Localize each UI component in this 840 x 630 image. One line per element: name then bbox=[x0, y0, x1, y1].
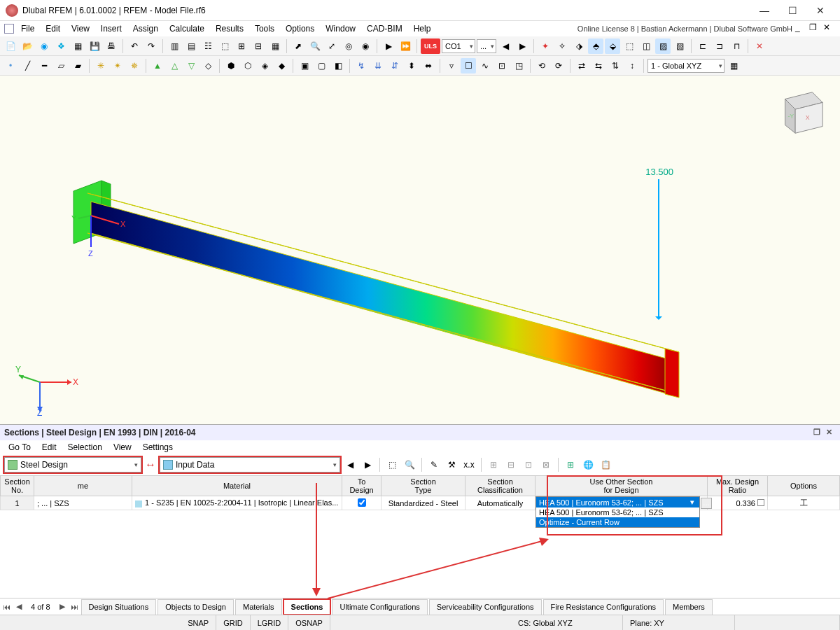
t2-b[interactable]: ✴ bbox=[110, 58, 125, 74]
mdi-min-button[interactable]: _ bbox=[795, 22, 809, 35]
menu-help[interactable]: Help bbox=[408, 22, 437, 35]
tab-design-situations[interactable]: Design Situations bbox=[81, 599, 157, 615]
panel-row-d[interactable]: ⊠ bbox=[538, 457, 554, 472]
next-page-button[interactable]: ▶ bbox=[56, 600, 69, 614]
panel-menu-settings[interactable]: Settings bbox=[137, 442, 178, 453]
i-section-icon[interactable]: 工 bbox=[800, 498, 808, 507]
panel-row-c[interactable]: ⊡ bbox=[521, 457, 536, 472]
menu-results[interactable]: Results bbox=[210, 22, 249, 35]
t2-c[interactable]: ✵ bbox=[127, 58, 142, 74]
first-page-button[interactable]: ⏮ bbox=[0, 600, 13, 614]
menu-edit[interactable]: Edit bbox=[40, 22, 66, 35]
minimize-button[interactable]: — bbox=[750, 1, 778, 20]
close-button[interactable]: ✕ bbox=[806, 1, 834, 20]
tb-c[interactable]: ☷ bbox=[200, 38, 216, 54]
res-g[interactable]: ◫ bbox=[638, 38, 654, 54]
panel-menu-selection[interactable]: Selection bbox=[62, 442, 108, 453]
calc-icon[interactable]: ▶ bbox=[381, 38, 396, 54]
panel-edit-icon[interactable]: ✎ bbox=[426, 457, 442, 472]
t2-q[interactable]: ⇵ bbox=[387, 58, 402, 74]
t2-m[interactable]: ▢ bbox=[314, 58, 329, 74]
res-i[interactable]: ▧ bbox=[672, 38, 687, 54]
member-icon[interactable]: ━ bbox=[36, 58, 52, 74]
t2-d[interactable]: ▲ bbox=[150, 58, 165, 74]
tb-d[interactable]: ⬚ bbox=[217, 38, 232, 54]
table-row[interactable]: 1 ; ... | SZS 1 - S235 | EN 10025-2:2004… bbox=[1, 496, 840, 510]
res-c[interactable]: ⬗ bbox=[571, 38, 587, 54]
panel-prev-icon[interactable]: ◀ bbox=[342, 457, 358, 472]
t2-s[interactable]: ⬌ bbox=[421, 58, 436, 74]
panel-close-icon[interactable]: ✕ bbox=[826, 428, 836, 438]
t2-ac[interactable]: ⇅ bbox=[608, 58, 623, 74]
panel-copy-icon[interactable]: 📋 bbox=[598, 457, 613, 472]
table-icon[interactable]: ▦ bbox=[267, 38, 283, 54]
panel-num-icon[interactable]: x.x bbox=[461, 457, 477, 472]
col-useother[interactable]: Use Other Section for Design bbox=[536, 476, 708, 496]
t2-p[interactable]: ⇊ bbox=[370, 58, 386, 74]
print-icon[interactable]: 🖶 bbox=[104, 38, 119, 54]
t2-ad[interactable]: ↕ bbox=[624, 58, 640, 74]
t2-k[interactable]: ◆ bbox=[274, 58, 289, 74]
col-secclass[interactable]: Section Classification bbox=[465, 476, 536, 496]
dropdown-option-1[interactable]: HEA 500 | Euronorm 53-62; ... | SZS bbox=[536, 507, 699, 517]
snap-icon[interactable]: ✕ bbox=[752, 38, 767, 54]
t2-n[interactable]: ◧ bbox=[330, 58, 346, 74]
open-icon[interactable]: 📂 bbox=[20, 38, 35, 54]
menu-calculate[interactable]: Calculate bbox=[164, 22, 210, 35]
panel-row-b[interactable]: ⊟ bbox=[503, 457, 519, 472]
cell-useother[interactable]: ▾ … HEA 500 | Euronorm 53-62; ... | SZS … bbox=[536, 496, 708, 510]
res-k[interactable]: ⊐ bbox=[712, 38, 727, 54]
tab-ultimate[interactable]: Ultimate Configurations bbox=[332, 599, 427, 615]
status-osnap[interactable]: OSNAP bbox=[288, 615, 330, 630]
tb-b[interactable]: ▤ bbox=[183, 38, 199, 54]
tb-a[interactable]: ▥ bbox=[167, 38, 182, 54]
cell-options[interactable]: 工 bbox=[768, 496, 840, 510]
model-icon[interactable]: ❖ bbox=[53, 38, 69, 54]
panel-edit2-icon[interactable]: ⚒ bbox=[444, 457, 459, 472]
panel-row-a[interactable]: ⊞ bbox=[486, 457, 501, 472]
cell-no[interactable]: 1 bbox=[1, 496, 34, 510]
section-dropdown[interactable]: ▾ … HEA 500 | Euronorm 53-62; ... | SZS … bbox=[536, 496, 700, 528]
doc-icon[interactable] bbox=[4, 24, 14, 34]
nav-icon[interactable]: ⬈ bbox=[290, 38, 306, 54]
panel-excel-icon[interactable]: ⊞ bbox=[563, 457, 578, 472]
ellipsis-button[interactable]: … bbox=[701, 498, 712, 509]
res-j[interactable]: ⊏ bbox=[695, 38, 710, 54]
col-ratio[interactable]: Max. Design Ratio bbox=[708, 476, 768, 496]
cell-sectype[interactable]: Standardized - Steel bbox=[382, 496, 465, 510]
design-checkbox[interactable] bbox=[358, 498, 366, 507]
menu-cadbim[interactable]: CAD-BIM bbox=[361, 22, 408, 35]
solid-icon[interactable]: ▰ bbox=[70, 58, 85, 74]
menu-window[interactable]: Window bbox=[320, 22, 361, 35]
panel-export-icon[interactable]: 🌐 bbox=[580, 457, 596, 472]
t2-y[interactable]: ⟲ bbox=[534, 58, 550, 74]
zoom-ext-icon[interactable]: ⤢ bbox=[324, 38, 340, 54]
col-material[interactable]: Material bbox=[132, 476, 342, 496]
last-page-button[interactable]: ⏭ bbox=[69, 600, 81, 614]
new-icon[interactable]: 📄 bbox=[3, 38, 18, 54]
t2-v[interactable]: ∿ bbox=[477, 58, 493, 74]
t2-f[interactable]: ▽ bbox=[183, 58, 199, 74]
mdi-close-button[interactable]: ✕ bbox=[823, 22, 837, 35]
navigation-cube[interactable]: X -Y bbox=[771, 85, 826, 140]
prev-lc-icon[interactable]: ◀ bbox=[498, 38, 513, 54]
tab-fire[interactable]: Fire Resistance Configurations bbox=[543, 599, 664, 615]
col-name[interactable]: me bbox=[34, 476, 132, 496]
t2-u[interactable]: ☐ bbox=[461, 58, 476, 74]
menu-tools[interactable]: Tools bbox=[249, 22, 280, 35]
res-a[interactable]: ✦ bbox=[538, 38, 553, 54]
t2-aa[interactable]: ⇄ bbox=[574, 58, 589, 74]
tab-members[interactable]: Members bbox=[665, 599, 713, 615]
menu-view[interactable]: View bbox=[66, 22, 95, 35]
t2-a[interactable]: ✳ bbox=[93, 58, 108, 74]
t2-z[interactable]: ⟳ bbox=[551, 58, 566, 74]
t2-h[interactable]: ⬢ bbox=[223, 58, 239, 74]
line-icon[interactable]: ╱ bbox=[20, 58, 35, 74]
cell-secclass[interactable]: Automatically bbox=[465, 496, 536, 510]
status-grid[interactable]: GRID bbox=[216, 615, 251, 630]
tab-objects[interactable]: Objects to Design bbox=[158, 599, 234, 615]
t2-ab[interactable]: ⇆ bbox=[591, 58, 606, 74]
res-e[interactable]: ⬙ bbox=[605, 38, 620, 54]
t2-l[interactable]: ▣ bbox=[297, 58, 312, 74]
cell-name[interactable]: ; ... | SZS bbox=[34, 496, 132, 510]
